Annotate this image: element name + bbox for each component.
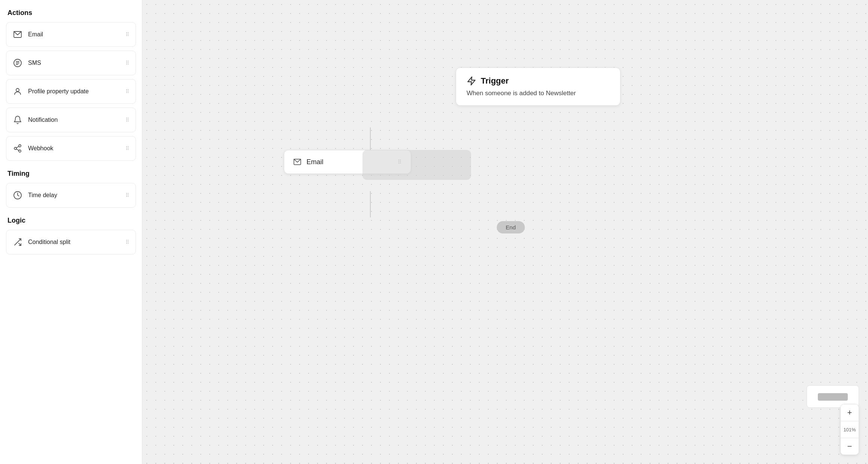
logic-section: Logic Conditional split ⠿ <box>6 217 136 254</box>
profile-property-update-drag-handle[interactable]: ⠿ <box>125 88 130 94</box>
notification-label: Notification <box>28 117 58 123</box>
trigger-node[interactable]: Trigger When someone is added to Newslet… <box>456 67 620 106</box>
zoom-controls: + 101% − <box>840 404 859 455</box>
person-icon <box>12 86 23 97</box>
sidebar: Actions Email ⠿ <box>0 0 142 464</box>
webhook-drag-handle[interactable]: ⠿ <box>125 145 130 151</box>
actions-section: Actions Email ⠿ <box>6 9 136 161</box>
clock-icon <box>12 190 23 201</box>
time-delay-drag-handle[interactable]: ⠿ <box>125 192 130 198</box>
svg-line-10 <box>16 147 19 148</box>
mail-icon <box>12 29 23 40</box>
zoom-level: 101% <box>841 421 859 438</box>
notification-drag-handle[interactable]: ⠿ <box>125 117 130 123</box>
sidebar-item-sms[interactable]: SMS ⠿ <box>6 51 136 75</box>
conditional-split-label: Conditional split <box>28 239 70 245</box>
sms-icon <box>12 58 23 68</box>
end-badge: End <box>497 221 525 233</box>
time-delay-label: Time delay <box>28 192 57 199</box>
conditional-split-drag-handle[interactable]: ⠿ <box>125 239 130 245</box>
sidebar-item-webhook[interactable]: Webhook ⠿ <box>6 136 136 161</box>
sidebar-item-profile-property-update[interactable]: Profile property update ⠿ <box>6 79 136 104</box>
sidebar-item-notification[interactable]: Notification ⠿ <box>6 108 136 132</box>
timing-title: Timing <box>6 170 136 178</box>
sms-label: SMS <box>28 60 41 66</box>
svg-marker-14 <box>468 77 475 85</box>
profile-property-update-label: Profile property update <box>28 88 89 95</box>
sidebar-item-time-delay[interactable]: Time delay ⠿ <box>6 183 136 208</box>
flow-canvas[interactable]: Trigger When someone is added to Newslet… <box>142 0 868 464</box>
webhook-icon <box>12 143 23 154</box>
connector-trigger-email <box>370 127 371 150</box>
sms-drag-handle[interactable]: ⠿ <box>125 60 130 66</box>
zoom-out-button[interactable]: − <box>841 438 859 455</box>
sidebar-item-conditional-split[interactable]: Conditional split ⠿ <box>6 230 136 254</box>
email-node-icon <box>293 158 301 166</box>
trigger-title: Trigger <box>481 76 509 86</box>
bell-icon <box>12 115 23 125</box>
trigger-subtitle: When someone is added to Newsletter <box>467 90 610 97</box>
svg-line-9 <box>16 149 19 151</box>
email-label: Email <box>28 31 43 38</box>
ghost-placeholder-node <box>362 150 471 180</box>
split-icon <box>12 237 23 247</box>
lightning-icon <box>467 76 476 86</box>
zoom-in-button[interactable]: + <box>841 404 859 421</box>
email-drag-handle[interactable]: ⠿ <box>125 31 130 37</box>
timing-section: Timing Time delay ⠿ <box>6 170 136 208</box>
svg-point-5 <box>16 88 19 91</box>
actions-title: Actions <box>6 9 136 17</box>
sidebar-item-email[interactable]: Email ⠿ <box>6 22 136 47</box>
logic-title: Logic <box>6 217 136 225</box>
email-node-label: Email <box>307 158 324 166</box>
svg-line-13 <box>19 243 21 245</box>
connector-email-end <box>370 191 371 217</box>
webhook-label: Webhook <box>28 145 53 152</box>
minimap-viewport <box>818 393 848 401</box>
